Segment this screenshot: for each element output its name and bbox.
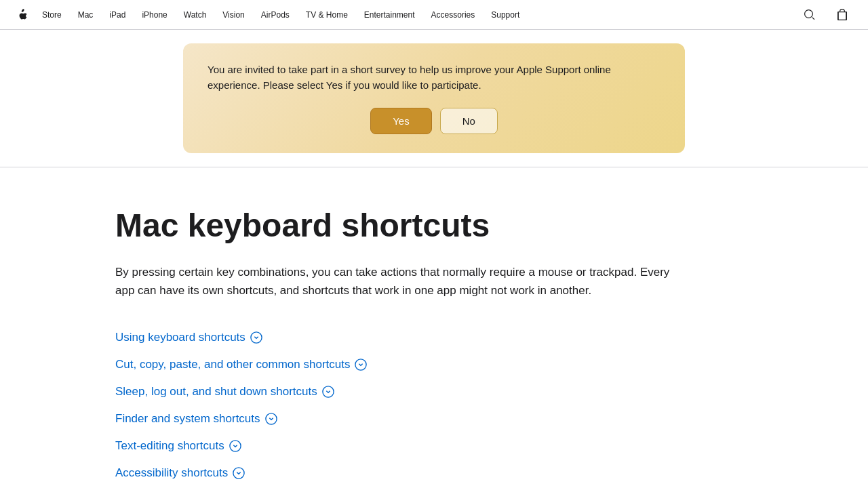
nav-support[interactable]: Support [483,0,528,30]
svg-point-0 [251,332,262,343]
nav-tv-home[interactable]: TV & Home [298,0,356,30]
link-label: Accessibility shortcuts [115,466,228,480]
link-cut-copy-paste[interactable]: Cut, copy, paste, and other common short… [115,351,753,378]
survey-text: You are invited to take part in a short … [208,62,660,93]
apple-logo-nav[interactable] [11,0,34,30]
nav-store[interactable]: Store [34,0,70,30]
link-label: Finder and system shortcuts [115,412,260,426]
chevron-circle-icon [250,331,263,344]
chevron-circle-icon [229,439,242,453]
nav-mac[interactable]: Mac [70,0,102,30]
link-finder-system[interactable]: Finder and system shortcuts [115,405,753,432]
chevron-circle-icon [321,385,335,399]
search-button[interactable] [795,0,825,30]
nav-accessories[interactable]: Accessories [423,0,484,30]
bag-button[interactable] [827,0,857,30]
nav-airpods[interactable]: AirPods [253,0,298,30]
main-nav: Store Mac iPad iPhone Watch Vision AirPo… [0,0,868,30]
nav-ipad[interactable]: iPad [101,0,134,30]
nav-watch[interactable]: Watch [176,0,215,30]
page-title: Mac keyboard shortcuts [115,208,753,244]
link-label: Text-editing shortcuts [115,439,224,453]
link-text-editing[interactable]: Text-editing shortcuts [115,432,753,460]
chevron-circle-icon [354,358,368,371]
link-accessibility[interactable]: Accessibility shortcuts [115,460,753,487]
svg-point-3 [265,413,276,424]
svg-point-5 [233,468,244,479]
link-sleep-logout-shutdown[interactable]: Sleep, log out, and shut down shortcuts [115,378,753,405]
nav-vision[interactable]: Vision [214,0,252,30]
shortcut-links-list: Using keyboard shortcuts Cut, copy, past… [115,324,753,488]
survey-banner: You are invited to take part in a short … [183,43,685,153]
nav-entertainment[interactable]: Entertainment [356,0,423,30]
link-label: Sleep, log out, and shut down shortcuts [115,385,317,399]
link-using-keyboard-shortcuts[interactable]: Using keyboard shortcuts [115,324,753,351]
survey-no-button[interactable]: No [440,108,498,134]
chevron-circle-icon [232,466,245,480]
svg-point-2 [323,386,334,397]
nav-iphone[interactable]: iPhone [134,0,175,30]
main-content: Mac keyboard shortcuts By pressing certa… [102,167,766,488]
survey-yes-button[interactable]: Yes [370,108,431,134]
link-label: Using keyboard shortcuts [115,331,245,344]
chevron-circle-icon [264,412,278,426]
svg-point-4 [230,441,241,451]
svg-point-1 [355,359,366,370]
page-description: By pressing certain key combinations, yo… [115,263,671,300]
link-label: Cut, copy, paste, and other common short… [115,358,350,371]
